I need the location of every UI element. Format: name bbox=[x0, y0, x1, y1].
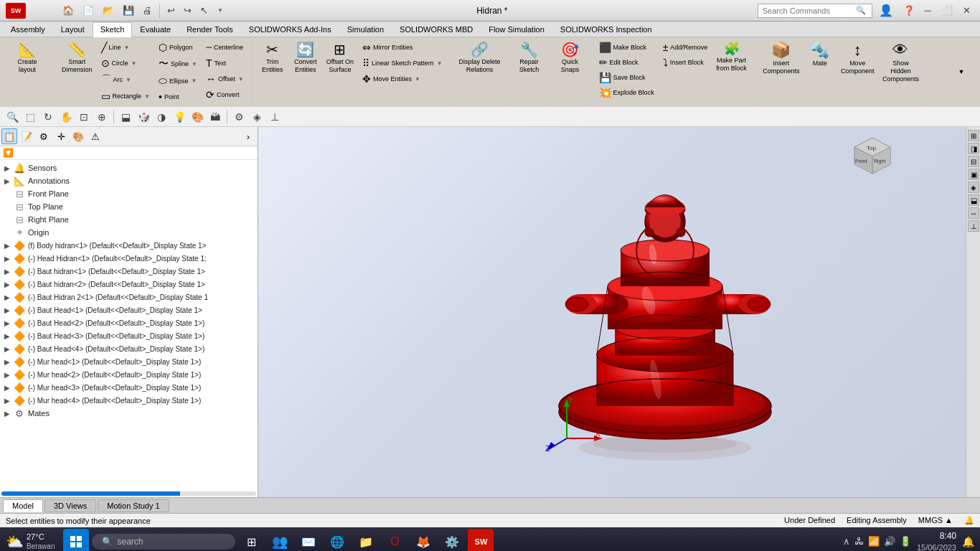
make-block-button[interactable]: ⬛ Make Block bbox=[595, 40, 658, 55]
rect-dropdown[interactable]: ▼ bbox=[144, 93, 150, 100]
smart-dimension-button[interactable]: 📏 SmartDimension bbox=[58, 40, 96, 76]
tree-item-top-plane[interactable]: ⊟ Top Plane bbox=[1, 200, 256, 213]
tree-item-annotations[interactable]: ▶ 📐 Annotations bbox=[1, 174, 256, 187]
show-hidden-button[interactable]: 👁 Show HiddenComponents bbox=[879, 40, 922, 85]
display-style-button[interactable]: ◑ bbox=[154, 109, 169, 125]
tree-item-mur-head-2[interactable]: ▶ 🔶 (-) Mur head<2> (Default<<Default>_D… bbox=[1, 368, 256, 381]
units-arrow[interactable]: ▲ bbox=[945, 516, 953, 524]
battery-icon[interactable]: 🔋 bbox=[900, 536, 911, 547]
display-delete-button[interactable]: 🔗 Display DeleteRelations bbox=[456, 40, 504, 76]
expand-murh4[interactable]: ▶ bbox=[4, 397, 13, 405]
convert-entities-button[interactable]: 🔄 ConvertEntities bbox=[290, 40, 321, 76]
view-cube[interactable]: Top Right Front bbox=[851, 134, 894, 177]
taskbar-search[interactable]: 🔍 search bbox=[92, 534, 235, 550]
normal-to-button[interactable]: ⊥ bbox=[267, 109, 283, 125]
section-view-button[interactable]: ⬓ bbox=[118, 109, 133, 125]
tree-content[interactable]: ▶ 🔔 Sensors ▶ 📐 Annotations ⊟ Front Plan… bbox=[0, 160, 258, 491]
zoom-fit-button[interactable]: ⊡ bbox=[76, 109, 92, 125]
tab-addins[interactable]: SOLIDWORKS Add-Ins bbox=[241, 22, 339, 37]
panel-btn-5[interactable]: ◈ bbox=[968, 182, 979, 193]
new-button[interactable]: 📄 bbox=[79, 3, 98, 18]
move-entities-button[interactable]: ✥ Move Entities ▼ bbox=[359, 72, 446, 86]
expand-bauth3[interactable]: ▶ bbox=[4, 332, 13, 340]
linear-pattern-button[interactable]: ⠿ Linear Sketch Pattern ▼ bbox=[359, 56, 446, 70]
lighting-button[interactable]: 💡 bbox=[171, 109, 187, 125]
panel-btn-7[interactable]: ↔ bbox=[968, 207, 979, 219]
mail-button[interactable]: ✉️ bbox=[296, 529, 321, 551]
expand-body[interactable]: ▶ bbox=[4, 242, 13, 250]
offset-on-surface-button[interactable]: ⊞ Offset OnSurface bbox=[323, 40, 357, 76]
search-input[interactable] bbox=[763, 6, 856, 15]
move-dropdown[interactable]: ▼ bbox=[415, 76, 420, 83]
costing-tab[interactable]: ⚠ bbox=[88, 128, 103, 144]
expand-mates[interactable]: ▶ bbox=[4, 410, 13, 418]
tab-flow[interactable]: Flow Simulation bbox=[481, 22, 552, 37]
circle-dropdown[interactable]: ▼ bbox=[131, 60, 137, 67]
tree-item-baut-head-2[interactable]: ▶ 🔶 (-) Baut Head<2> (Default<<Default>_… bbox=[1, 316, 256, 329]
expand-sensors[interactable]: ▶ bbox=[4, 164, 13, 172]
feature-manager-tab[interactable]: 📋 bbox=[1, 128, 17, 144]
tab-model[interactable]: Model bbox=[3, 499, 43, 512]
centerline-button[interactable]: ┄ Centerline bbox=[202, 40, 248, 55]
zoom-prev-button[interactable]: 🔍 bbox=[4, 109, 20, 125]
volume-icon[interactable]: 🔊 bbox=[884, 536, 895, 547]
ellipse-button[interactable]: ⬭ Ellipse ▼ bbox=[155, 73, 201, 88]
search-box[interactable]: 🔍 bbox=[758, 4, 872, 18]
offset-button[interactable]: ↔ Offset ▼ bbox=[202, 72, 248, 86]
tree-item-baut-1[interactable]: ▶ 🔶 (-) Baut hidran<1> (Default<<Default… bbox=[1, 265, 256, 278]
line-button[interactable]: ╱ Line ▼ bbox=[98, 40, 154, 55]
edge-button[interactable]: 🌐 bbox=[324, 529, 350, 551]
expand-murh1[interactable]: ▶ bbox=[4, 358, 13, 366]
arc-button[interactable]: ⌒ Arc ▼ bbox=[98, 72, 154, 88]
spline-dropdown[interactable]: ▼ bbox=[192, 61, 197, 67]
tab-3d-views[interactable]: 3D Views bbox=[44, 499, 96, 512]
trim-entities-button[interactable]: ✂ TrimEntities bbox=[257, 40, 288, 76]
display-manager-tab[interactable]: 🎨 bbox=[70, 128, 86, 144]
panel-btn-8[interactable]: ⊥ bbox=[968, 220, 979, 232]
tab-render-tools[interactable]: Render Tools bbox=[179, 22, 241, 37]
appearance-button[interactable]: 🎨 bbox=[189, 109, 205, 125]
tree-item-baut-head-4[interactable]: ▶ 🔶 (-) Baut Head<4> (Default<<Default>_… bbox=[1, 342, 256, 355]
tree-item-sensors[interactable]: ▶ 🔔 Sensors bbox=[1, 161, 256, 174]
config-manager-tab[interactable]: ⚙ bbox=[36, 128, 52, 144]
rotate-button[interactable]: ↻ bbox=[40, 109, 56, 125]
dim-xpert-tab[interactable]: ✛ bbox=[53, 128, 69, 144]
select-button[interactable]: ↖ bbox=[197, 3, 212, 18]
mirror-entities-button[interactable]: ⇔ Mirror Entities bbox=[359, 40, 446, 55]
tab-layout[interactable]: Layout bbox=[53, 22, 93, 37]
linear-dropdown[interactable]: ▼ bbox=[437, 60, 443, 67]
teams-button[interactable]: 👥 bbox=[267, 529, 293, 551]
convert-button[interactable]: ⟳ Convert bbox=[202, 88, 248, 102]
tab-inspection[interactable]: SOLIDWORKS Inspection bbox=[552, 22, 660, 37]
open-button[interactable]: 📂 bbox=[99, 3, 118, 18]
tree-item-front-plane[interactable]: ⊟ Front Plane bbox=[1, 187, 256, 200]
zoom-rect-button[interactable]: ⬚ bbox=[22, 109, 38, 125]
tab-sketch[interactable]: Sketch bbox=[93, 22, 133, 37]
expand-murh2[interactable]: ▶ bbox=[4, 371, 13, 379]
expand-head[interactable]: ▶ bbox=[4, 255, 13, 263]
task-view-button[interactable]: ⊞ bbox=[238, 529, 264, 551]
insert-block-button[interactable]: ⤵ Insert Block bbox=[659, 55, 712, 70]
mate-button[interactable]: 🔩 Mate bbox=[804, 40, 836, 70]
expand-baut21[interactable]: ▶ bbox=[4, 293, 13, 301]
rect-button[interactable]: ▭ Rectangle ▼ bbox=[98, 89, 154, 103]
settings-button[interactable]: ⚙️ bbox=[439, 529, 465, 551]
save-block-button[interactable]: 💾 Save Block bbox=[595, 70, 658, 85]
pan-button[interactable]: ✋ bbox=[58, 109, 74, 125]
chevron-up-icon[interactable]: ∧ bbox=[843, 536, 850, 547]
create-layout-button[interactable]: 📐 Create layout bbox=[6, 40, 49, 76]
move-component-button[interactable]: ↕ MoveComponent bbox=[837, 40, 878, 77]
quick-snaps-button[interactable]: 🎯 QuickSnaps bbox=[555, 40, 586, 76]
tree-item-mur-head-3[interactable]: ▶ 🔶 (-) Mur head<3> (Default<<Default>_D… bbox=[1, 381, 256, 394]
ellipse-dropdown[interactable]: ▼ bbox=[192, 77, 197, 84]
firefox-button[interactable]: 🦊 bbox=[410, 529, 436, 551]
polygon-button[interactable]: ⬡ Polygon bbox=[155, 40, 201, 55]
zoom-in-button[interactable]: ⊕ bbox=[94, 109, 110, 125]
solidworks-taskbar-button[interactable]: SW bbox=[468, 529, 494, 551]
spline-button[interactable]: 〜 Spline ▼ bbox=[155, 56, 201, 72]
tree-item-origin[interactable]: ⌖ Origin bbox=[1, 226, 256, 239]
restore-button[interactable]: ⬜ bbox=[938, 3, 956, 18]
minimize-button[interactable]: ─ bbox=[921, 3, 935, 18]
expand-tree-panel[interactable]: › bbox=[240, 128, 256, 144]
expand-ribbon-button[interactable]: ▼ bbox=[946, 66, 977, 78]
